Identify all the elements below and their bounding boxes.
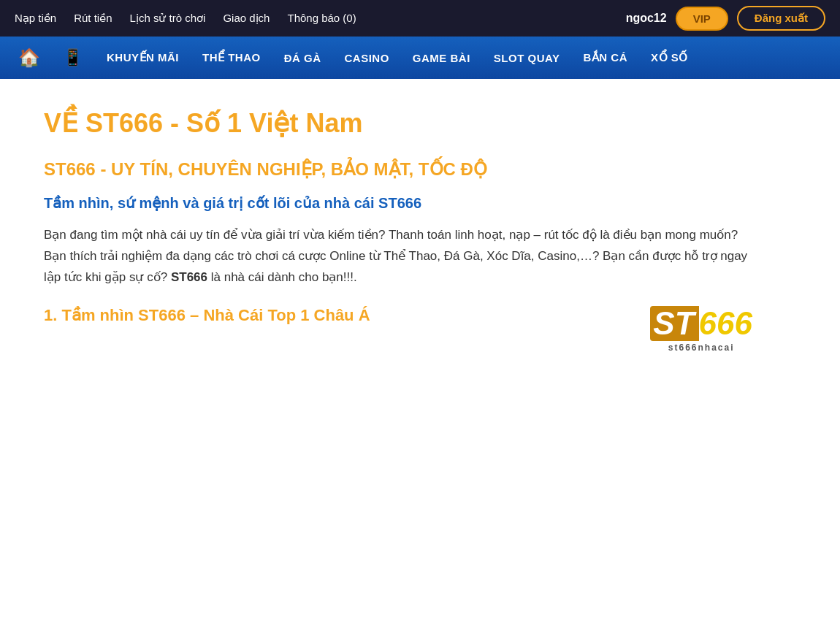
logo-subtitle: ST666nhacai	[668, 343, 735, 353]
nav-khuyen-mai-label: KHUYẾN MÃI	[107, 51, 179, 64]
lich-su-link[interactable]: Lịch sử trò chơi	[130, 12, 206, 25]
nav-slot-quay[interactable]: SLOT QUAY	[482, 37, 572, 79]
top-bar-links: Nạp tiền Rút tiền Lịch sử trò chơi Giao …	[15, 12, 356, 25]
nav-mobile[interactable]: 📱	[51, 37, 95, 79]
main-content: VỀ ST666 - Số 1 Việt Nam ST666 - UY TÍN,…	[0, 79, 803, 375]
giao-dich-link[interactable]: Giao dịch	[223, 12, 270, 25]
home-icon: 🏠	[19, 47, 39, 68]
nav-home[interactable]: 🏠	[7, 37, 51, 79]
nav-xo-so[interactable]: XỔ SỐ	[639, 37, 700, 79]
nav-game-bai-label: GAME BÀI	[413, 52, 470, 64]
nav-the-thao-label: THỂ THAO	[202, 51, 261, 64]
brand-name-bold: ST666	[171, 270, 207, 284]
nav-slot-quay-label: SLOT QUAY	[494, 52, 560, 64]
top-bar: Nạp tiền Rút tiền Lịch sử trò chơi Giao …	[0, 0, 840, 37]
nav-game-bai[interactable]: GAME BÀI	[401, 37, 482, 79]
nav-ban-ca-label: BẮN CÁ	[584, 51, 628, 64]
subtitle: ST666 - UY TÍN, CHUYÊN NGHIỆP, BẢO MẬT, …	[44, 159, 760, 180]
nap-tien-link[interactable]: Nạp tiền	[15, 12, 56, 25]
nav-da-ga-label: ĐÁ GÀ	[284, 52, 321, 64]
nav-khuyen-mai[interactable]: KHUYẾN MÃI	[95, 37, 191, 79]
logout-button[interactable]: Đăng xuất	[737, 6, 825, 31]
body-paragraph: Bạn đang tìm một nhà cái uy tín để vừa g…	[44, 225, 760, 288]
nav-xo-so-label: XỔ SỐ	[651, 51, 688, 64]
logo-top: ST666	[650, 306, 752, 341]
username-display: ngoc12	[626, 12, 667, 25]
body-text-suffix: là nhà cái dành cho bạn!!!.	[207, 270, 357, 284]
nav-da-ga[interactable]: ĐÁ GÀ	[272, 37, 333, 79]
section-heading: Tầm nhìn, sứ mệnh và giá trị cốt lõi của…	[44, 194, 760, 212]
logo-666-text: 666	[699, 307, 752, 340]
bottom-section-title: 1. Tầm nhìn ST666 – Nhà Cái Top 1 Châu Á	[44, 306, 370, 325]
mobile-icon: 📱	[63, 47, 83, 68]
thong-bao-link[interactable]: Thông báo (0)	[287, 12, 356, 25]
body-text-main: Bạn đang tìm một nhà cái uy tín để vừa g…	[44, 228, 747, 284]
nav-bar: 🏠 📱 KHUYẾN MÃI THỂ THAO ĐÁ GÀ CASINO GAM…	[0, 37, 840, 79]
nav-casino-label: CASINO	[345, 52, 389, 64]
vip-button[interactable]: VIP	[676, 7, 728, 31]
st666-logo: ST666 ST666nhacai	[650, 306, 752, 353]
rut-tien-link[interactable]: Rút tiền	[74, 12, 112, 25]
page-title: VỀ ST666 - Số 1 Việt Nam	[44, 108, 760, 139]
top-bar-right: ngoc12 VIP Đăng xuất	[626, 6, 825, 31]
nav-casino[interactable]: CASINO	[333, 37, 401, 79]
nav-ban-ca[interactable]: BẮN CÁ	[572, 37, 640, 79]
nav-the-thao[interactable]: THỂ THAO	[191, 37, 272, 79]
logo-st-text: ST	[650, 306, 698, 341]
